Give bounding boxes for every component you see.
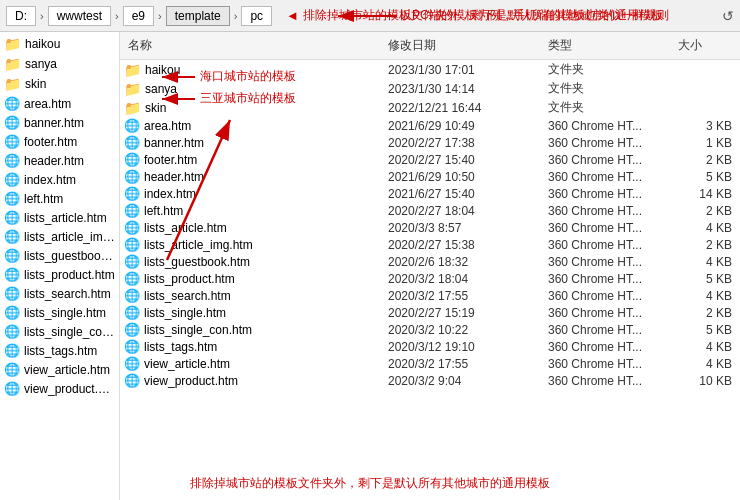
table-row[interactable]: 🌐 footer.htm 2020/2/27 15:40 360 Chrome … <box>120 151 740 168</box>
addr-D[interactable]: D: <box>6 6 36 26</box>
htm-icon: 🌐 <box>124 305 140 320</box>
htm-icon: 🌐 <box>124 169 140 184</box>
folder-icon: 📁 <box>124 81 141 97</box>
table-row[interactable]: 🌐 lists_tags.htm 2020/3/12 19:10 360 Chr… <box>120 338 740 355</box>
table-row[interactable]: 🌐 view_product.htm 2020/3/2 9:04 360 Chr… <box>120 372 740 389</box>
folder-icon: 📁 <box>4 36 21 52</box>
table-row[interactable]: 🌐 lists_single_con.htm 2020/3/2 10:22 36… <box>120 321 740 338</box>
nav-item-lists-single[interactable]: 🌐 lists_single.htm <box>0 303 119 322</box>
nav-item-index[interactable]: 🌐 index.htm <box>0 170 119 189</box>
htm-icon: 🌐 <box>4 153 20 168</box>
htm-icon: 🌐 <box>4 248 20 263</box>
table-row[interactable]: 🌐 index.htm 2021/6/27 15:40 360 Chrome H… <box>120 185 740 202</box>
table-row[interactable]: 🌐 view_article.htm 2020/3/2 17:55 360 Ch… <box>120 355 740 372</box>
nav-item-banner[interactable]: 🌐 banner.htm <box>0 113 119 132</box>
table-row[interactable]: 🌐 header.htm 2021/6/29 10:50 360 Chrome … <box>120 168 740 185</box>
htm-icon: 🌐 <box>124 220 140 235</box>
htm-icon: 🌐 <box>124 186 140 201</box>
htm-icon: 🌐 <box>124 237 140 252</box>
htm-icon: 🌐 <box>4 343 20 358</box>
nav-item-sanya[interactable]: 📁 sanya <box>0 54 119 74</box>
nav-item-footer[interactable]: 🌐 footer.htm <box>0 132 119 151</box>
table-row[interactable]: 🌐 lists_single.htm 2020/2/27 15:19 360 C… <box>120 304 740 321</box>
column-headers: 名称 修改日期 类型 大小 <box>120 32 740 60</box>
nav-item-lists-article-img[interactable]: 🌐 lists_article_img.htm <box>0 227 119 246</box>
htm-icon: 🌐 <box>4 191 20 206</box>
nav-item-view-article[interactable]: 🌐 view_article.htm <box>0 360 119 379</box>
addr-e9[interactable]: e9 <box>123 6 154 26</box>
nav-item-header[interactable]: 🌐 header.htm <box>0 151 119 170</box>
table-row[interactable]: 📁 sanya 2023/1/30 14:14 文件夹 <box>120 79 740 98</box>
file-list: 📁 haikou 2023/1/30 17:01 文件夹 📁 sanya 202… <box>120 60 740 500</box>
table-row[interactable]: 🌐 lists_article.htm 2020/3/3 8:57 360 Ch… <box>120 219 740 236</box>
nav-item-area[interactable]: 🌐 area.htm <box>0 94 119 113</box>
htm-icon: 🌐 <box>4 96 20 111</box>
table-row[interactable]: 📁 haikou 2023/1/30 17:01 文件夹 <box>120 60 740 79</box>
table-row[interactable]: 🌐 left.htm 2020/2/27 18:04 360 Chrome HT… <box>120 202 740 219</box>
htm-icon: 🌐 <box>4 324 20 339</box>
htm-icon: 🌐 <box>124 356 140 371</box>
refresh-button[interactable]: ↺ <box>722 8 734 24</box>
col-header-name[interactable]: 名称 <box>120 35 380 56</box>
folder-icon: 📁 <box>124 62 141 78</box>
htm-icon: 🌐 <box>4 134 20 149</box>
nav-item-skin[interactable]: 📁 skin <box>0 74 119 94</box>
htm-icon: 🌐 <box>124 254 140 269</box>
htm-icon: 🌐 <box>4 267 20 282</box>
col-header-size[interactable]: 大小 <box>670 35 740 56</box>
nav-item-lists-tags[interactable]: 🌐 lists_tags.htm <box>0 341 119 360</box>
top-annotation: 排除掉城市站的模板文件夹外，剩下是默认所有其他城市的通用模板 <box>303 7 663 24</box>
htm-icon: 🌐 <box>4 381 20 396</box>
htm-icon: 🌐 <box>124 271 140 286</box>
htm-icon: 🌐 <box>124 203 140 218</box>
nav-item-lists-product[interactable]: 🌐 lists_product.htm <box>0 265 119 284</box>
htm-icon: 🌐 <box>124 322 140 337</box>
htm-icon: 🌐 <box>124 373 140 388</box>
folder-icon: 📁 <box>124 100 141 116</box>
table-row[interactable]: 🌐 area.htm 2021/6/29 10:49 360 Chrome HT… <box>120 117 740 134</box>
nav-item-lists-article[interactable]: 🌐 lists_article.htm <box>0 208 119 227</box>
table-row[interactable]: 📁 skin 2022/12/21 16:44 文件夹 <box>120 98 740 117</box>
addr-wwwtest[interactable]: wwwtest <box>48 6 111 26</box>
table-row[interactable]: 🌐 lists_article_img.htm 2020/2/27 15:38 … <box>120 236 740 253</box>
htm-icon: 🌐 <box>124 135 140 150</box>
folder-icon: 📁 <box>4 76 21 92</box>
folder-icon: 📁 <box>4 56 21 72</box>
nav-item-left[interactable]: 🌐 left.htm <box>0 189 119 208</box>
table-row[interactable]: 🌐 lists_search.htm 2020/3/2 17:55 360 Ch… <box>120 287 740 304</box>
htm-icon: 🌐 <box>124 152 140 167</box>
addr-template[interactable]: template <box>166 6 230 26</box>
table-row[interactable]: 🌐 lists_product.htm 2020/3/2 18:04 360 C… <box>120 270 740 287</box>
addr-pc[interactable]: pc <box>241 6 272 26</box>
nav-item-haikou[interactable]: 📁 haikou <box>0 34 119 54</box>
htm-icon: 🌐 <box>4 172 20 187</box>
col-header-type[interactable]: 类型 <box>540 35 670 56</box>
file-area: 名称 修改日期 类型 大小 📁 haikou 2023/1/30 17:01 文… <box>120 32 740 500</box>
nav-item-lists-single-con[interactable]: 🌐 lists_single_con.htm <box>0 322 119 341</box>
htm-icon: 🌐 <box>4 229 20 244</box>
table-row[interactable]: 🌐 banner.htm 2020/2/27 17:38 360 Chrome … <box>120 134 740 151</box>
htm-icon: 🌐 <box>4 286 20 301</box>
col-header-date[interactable]: 修改日期 <box>380 35 540 56</box>
table-row[interactable]: 🌐 lists_guestbook.htm 2020/2/6 18:32 360… <box>120 253 740 270</box>
top-arrow-icon: ◄ <box>286 8 299 23</box>
htm-icon: 🌐 <box>124 339 140 354</box>
htm-icon: 🌐 <box>4 305 20 320</box>
address-bar: D: › wwwtest › e9 › template › pc ◄ 排除掉城… <box>0 0 740 32</box>
left-nav-panel: 📁 haikou 📁 sanya 📁 skin 🌐 area.htm 🌐 ban… <box>0 32 120 500</box>
nav-item-view-product[interactable]: 🌐 view_product.htm <box>0 379 119 398</box>
nav-item-lists-guestbook[interactable]: 🌐 lists_guestbook.htm <box>0 246 119 265</box>
htm-icon: 🌐 <box>4 115 20 130</box>
htm-icon: 🌐 <box>124 118 140 133</box>
explorer-body: 📁 haikou 📁 sanya 📁 skin 🌐 area.htm 🌐 ban… <box>0 32 740 500</box>
htm-icon: 🌐 <box>4 210 20 225</box>
htm-icon: 🌐 <box>4 362 20 377</box>
htm-icon: 🌐 <box>124 288 140 303</box>
nav-item-lists-search[interactable]: 🌐 lists_search.htm <box>0 284 119 303</box>
